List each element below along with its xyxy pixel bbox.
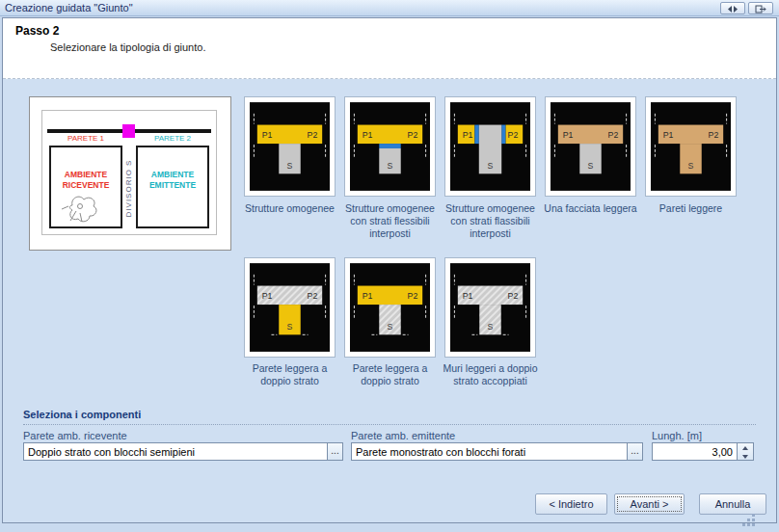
divisorio-label: DIVISORIO S: [124, 147, 135, 230]
left-right-arrows-icon: [727, 0, 739, 17]
parete2-label: PARETE 2: [136, 134, 209, 143]
svg-text:P1: P1: [663, 130, 674, 140]
svg-text:S: S: [388, 322, 393, 332]
svg-text:S: S: [287, 322, 293, 332]
parete-ricevente-input[interactable]: [23, 442, 328, 461]
thumbnail-pareti-leggere[interactable]: P1P2S: [645, 96, 737, 197]
thumbnail-caption: Strutture omogenee con strati flassibili…: [441, 202, 540, 240]
cancel-button[interactable]: Annulla: [699, 493, 766, 515]
svg-text:S: S: [388, 161, 393, 171]
svg-text:P1: P1: [463, 291, 473, 301]
thumbnail-caption: Strutture omogenee con strati flessibili…: [340, 202, 440, 240]
svg-text:S: S: [287, 161, 293, 171]
svg-text:P2: P2: [408, 291, 418, 301]
svg-text:P2: P2: [508, 130, 519, 140]
svg-text:P2: P2: [308, 291, 318, 301]
svg-text:S: S: [488, 322, 494, 332]
svg-text:P2: P2: [608, 130, 619, 140]
noise-source-doodle-icon: [59, 192, 101, 232]
title-arrows-button[interactable]: [720, 2, 745, 14]
svg-text:P1: P1: [363, 130, 373, 140]
parete-ricevente-label: Parete amb. ricevente: [23, 430, 127, 441]
svg-text:P2: P2: [709, 130, 719, 140]
components-section-title: Seleziona i componenti: [23, 409, 756, 425]
thumbnail-caption: Muri leggeri a doppio strato accoppiati: [441, 362, 540, 387]
thumbnail-muri-leggeri-accoppiati[interactable]: P1P2S: [444, 257, 536, 358]
svg-text:S: S: [488, 161, 494, 171]
parete-ricevente-browse-button[interactable]: ...: [327, 442, 343, 461]
parete-emittente-browse-button[interactable]: ...: [627, 442, 643, 461]
down-arrow-icon[interactable]: [738, 452, 753, 461]
thumbnail-caption: Strutture omogenee: [240, 202, 339, 215]
thumbnail-strutture-strati-flassibili[interactable]: P1P2S: [444, 96, 536, 197]
up-arrow-icon[interactable]: [738, 443, 753, 452]
thumbnail-caption: Una facciata leggera: [541, 202, 640, 215]
resize-grip[interactable]: [742, 514, 757, 531]
thumbnail-strutture-omogenee[interactable]: P1P2S: [244, 96, 336, 197]
window-title: Creazione guidata "Giunto": [5, 2, 133, 13]
svg-text:P2: P2: [308, 130, 318, 140]
thumbnail-parete-leggera-doppio-1[interactable]: P1P2S: [244, 257, 336, 358]
svg-text:P1: P1: [363, 291, 373, 301]
svg-text:S: S: [688, 161, 694, 171]
preview-junction-marker: [122, 124, 135, 138]
lunghezza-input[interactable]: [652, 442, 738, 461]
back-button[interactable]: < Indietro: [535, 493, 607, 515]
lunghezza-spinner[interactable]: [737, 442, 754, 461]
svg-text:P1: P1: [262, 130, 273, 140]
svg-text:P1: P1: [563, 130, 574, 140]
thumbnail-parete-leggera-doppio-2[interactable]: P1P2S: [344, 257, 436, 358]
thumbnail-strutture-strati-flessibili[interactable]: P1P2S: [344, 96, 436, 197]
lunghezza-label: Lungh. [m]: [652, 430, 702, 441]
exit-window-icon: [755, 0, 767, 17]
svg-text:S: S: [588, 161, 594, 171]
ambiente-ricevente-label: AMBIENTE RICEVENTE: [49, 170, 122, 190]
thumbnail-caption: Parete leggera a doppio strato: [340, 362, 440, 387]
thumbnail-caption: Parete leggera a doppio strato: [240, 362, 339, 387]
thumbnail-caption: Pareti leggere: [641, 202, 740, 215]
parete-emittente-input[interactable]: [351, 442, 628, 461]
next-button[interactable]: Avanti >: [614, 493, 685, 515]
svg-text:P2: P2: [408, 130, 418, 140]
parete-emittente-label: Parete amb. emittente: [351, 430, 455, 441]
ambiente-emittente-label: AMBIENTE EMITTENTE: [136, 170, 209, 190]
thumbnail-una-facciata-leggera[interactable]: P1P2S: [545, 96, 636, 197]
title-exit-button[interactable]: [748, 2, 773, 14]
step-subtitle: Selezionare la tipologia di giunto.: [50, 41, 205, 53]
step-title: Passo 2: [15, 24, 59, 38]
parete1-label: PARETE 1: [49, 134, 122, 143]
svg-text:P1: P1: [262, 291, 273, 301]
svg-text:P2: P2: [508, 291, 519, 301]
svg-text:P1: P1: [463, 130, 473, 140]
